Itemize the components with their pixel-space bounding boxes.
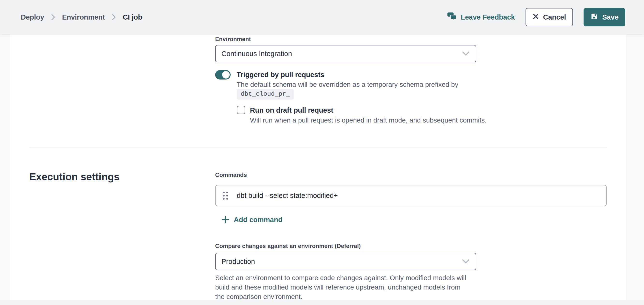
breadcrumb: Deploy Environment CI job — [21, 13, 142, 21]
breadcrumb-separator-icon — [51, 14, 55, 20]
plus-icon — [221, 216, 230, 224]
toggle-knob — [222, 71, 230, 78]
schema-prefix-chip: dbt_cloud_pr_ — [237, 89, 294, 100]
environment-select[interactable]: Continuous Integration — [215, 45, 476, 62]
pr-trigger-description: The default schema will be overridden as… — [237, 80, 478, 89]
deferral-help-text: Select an environment to compare code ch… — [215, 273, 471, 301]
execution-settings-title: Execution settings — [29, 171, 120, 183]
deferral-label: Compare changes against an environment (… — [215, 243, 361, 250]
chevron-down-icon — [462, 259, 470, 264]
header-actions: Leave Feedback Cancel Save — [447, 8, 625, 26]
cancel-label: Cancel — [543, 13, 566, 21]
breadcrumb-item-environment[interactable]: Environment — [62, 13, 105, 21]
cancel-button[interactable]: Cancel — [526, 8, 573, 26]
environment-select-value: Continuous Integration — [222, 50, 292, 58]
save-label: Save — [602, 13, 618, 21]
page-bottom-strip — [0, 300, 644, 305]
deferral-select-value: Production — [222, 258, 255, 266]
command-input[interactable]: dbt build --select state:modified+ — [237, 192, 338, 200]
environment-label: Environment — [215, 36, 251, 42]
breadcrumb-item-deploy[interactable]: Deploy — [21, 13, 44, 21]
section-divider — [29, 147, 607, 148]
deferral-select[interactable]: Production — [215, 253, 476, 270]
draft-pr-title: Run on draft pull request — [250, 106, 333, 115]
close-icon — [532, 13, 539, 22]
add-command-label: Add command — [234, 216, 282, 224]
leave-feedback-label: Leave Feedback — [461, 13, 515, 21]
command-row[interactable]: dbt build --select state:modified+ — [215, 185, 607, 206]
drag-handle-icon[interactable] — [220, 189, 230, 202]
draft-pr-description: Will run when a pull request is opened i… — [250, 116, 506, 125]
breadcrumb-separator-icon — [112, 14, 116, 20]
pr-trigger-title: Triggered by pull requests — [237, 70, 324, 79]
draft-pr-checkbox[interactable] — [237, 106, 245, 114]
save-button[interactable]: Save — [584, 8, 625, 26]
feedback-chat-icon — [447, 12, 457, 22]
breadcrumb-item-ci-job: CI job — [123, 13, 142, 21]
leave-feedback-button[interactable]: Leave Feedback — [447, 12, 515, 22]
commands-label: Commands — [215, 172, 247, 178]
pr-trigger-toggle[interactable] — [215, 70, 230, 80]
chevron-down-icon — [462, 51, 470, 56]
header-bar: Deploy Environment CI job Leave Feedback… — [0, 0, 644, 34]
add-command-button[interactable]: Add command — [221, 216, 282, 224]
save-icon — [590, 12, 598, 22]
